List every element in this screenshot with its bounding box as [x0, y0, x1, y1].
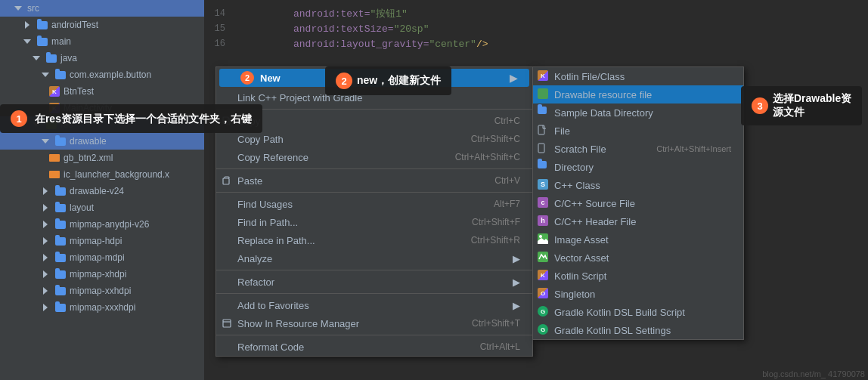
cppclass-icon: S [538, 179, 550, 191]
sidebar-item-btntest[interactable]: K BtnTest [0, 83, 204, 100]
sidebar-label-package: com.example.button [70, 70, 151, 80]
sub-label-imageasset: Image Asset [554, 234, 609, 246]
sidebar-item-drawable-v24[interactable]: drawable-v24 [0, 183, 204, 199]
sidebar-label-androidtest: androidTest [51, 20, 98, 30]
menu-item-paste[interactable]: Paste Ctrl+V [216, 171, 532, 190]
menu-item-refactor[interactable]: Refactor ▶ [216, 273, 532, 291]
menu-item-findinpath[interactable]: Find in Path... Ctrl+Shift+F [216, 213, 532, 231]
menu-copypath-shortcut: Ctrl+Shift+C [471, 134, 520, 144]
sub-item-sampledata[interactable]: Sample Data Directory [533, 103, 743, 122]
sub-label-drawable: Drawable resource file [554, 89, 652, 100]
menu-item-copyref[interactable]: Copy Reference Ctrl+Alt+Shift+C [216, 148, 532, 166]
sub-item-imageasset[interactable]: Image Asset [533, 230, 743, 249]
sub-item-cppsource[interactable]: c C/C++ Source File [533, 194, 743, 212]
context-menu-main[interactable]: 2 New ▶ Link C++ Project with Gradle Cop… [215, 66, 533, 357]
tooltip-2: 2 new，创建新文件 [325, 66, 451, 95]
folder-mdpi-icon [54, 252, 67, 264]
sub-label-gradle-settings: Gradle Kotlin DSL Settings [554, 325, 671, 336]
menu-replaceinpath-label: Replace in Path... [237, 235, 315, 246]
menu-separator-3 [216, 192, 532, 193]
sidebar-item-mipmap-mdpi[interactable]: mipmap-mdpi [0, 249, 204, 266]
sub-shortcut-scratch: Ctrl+Alt+Shift+Insert [656, 144, 731, 153]
sub-item-vectorasset[interactable]: Vector Asset [533, 249, 743, 267]
menu-copypath-label: Copy Path [237, 134, 284, 145]
menu-item-copypath[interactable]: Copy Path Ctrl+Shift+C [216, 130, 532, 148]
menu-item-resourcemgr[interactable]: Show In Resource Manager Ctrl+Shift+T [216, 314, 532, 332]
menu-findinpath-label: Find in Path... [237, 217, 298, 228]
menu-item-reformat[interactable]: Reformat Code Ctrl+Alt+L [216, 338, 532, 356]
sub-item-cppclass[interactable]: S C++ Class [533, 176, 743, 194]
menu-item-favorites[interactable]: Add to Favorites ▶ [216, 296, 532, 314]
sidebar-item-mipmap-xxxhdpi[interactable]: mipmap-xxxhdpi [0, 299, 204, 316]
tooltip-1-badge: 1 [11, 110, 27, 127]
menu-item-findusages[interactable]: Find Usages Alt+F7 [216, 195, 532, 213]
menu-resourcemgr-label: Show In Resource Manager [237, 318, 359, 329]
sub-item-directory[interactable]: Directory [533, 158, 743, 176]
sub-item-gradle-settings[interactable]: G Gradle Kotlin DSL Settings [533, 321, 743, 339]
sub-item-singleton[interactable]: O Singleton [533, 285, 743, 303]
sub-item-kotlinscript[interactable]: K Kotlin Script [533, 267, 743, 285]
sidebar-item-mipmap-anydpi[interactable]: mipmap-anydpi-v26 [0, 216, 204, 233]
sidebar: src androidTest main java com.example.bu… [0, 0, 204, 380]
arrow-right-icon-layout [39, 202, 51, 214]
svg-point-8 [539, 235, 542, 238]
arrow-right-icon-anydpi [39, 218, 51, 230]
context-menu-sub[interactable]: K Kotlin File/Class Drawable resource fi… [532, 66, 744, 340]
watermark: blog.csdn.net/m_ 41790078 [762, 369, 865, 378]
menu-new-label: New [260, 73, 281, 84]
sidebar-label-java: java [60, 53, 77, 63]
paste-icon [221, 175, 233, 187]
menu-findinpath-shortcut: Ctrl+Shift+F [472, 217, 520, 227]
sub-label-file: File [554, 125, 570, 137]
xml-gb-icon [48, 152, 60, 164]
sidebar-item-drawable[interactable]: drawable [0, 133, 204, 150]
sub-item-scratch[interactable]: Scratch File Ctrl+Alt+Shift+Insert [533, 140, 743, 158]
sub-label-kotlinscript: Kotlin Script [554, 270, 606, 282]
arrow-down-icon [12, 2, 24, 14]
sidebar-item-main[interactable]: main [0, 33, 204, 50]
sub-item-cppheader[interactable]: h C/C++ Header File [533, 212, 743, 230]
menu-resourcemgr-shortcut: Ctrl+Shift+T [472, 318, 520, 329]
menu-new-arrow: ▶ [510, 73, 517, 84]
sidebar-item-androidtest[interactable]: androidTest [0, 17, 204, 33]
code-content-16: android:layout_gravity="center"/> [234, 27, 868, 61]
menu-refactor-label: Refactor [237, 277, 274, 288]
menu-paste-shortcut: Ctrl+V [494, 175, 520, 186]
kotlin-file-icon: K [538, 70, 550, 82]
arrow-right-icon-xxxhdpi [39, 301, 51, 314]
new-badge: 2 [240, 71, 254, 85]
sidebar-label-layout: layout [70, 202, 94, 213]
sidebar-item-java[interactable]: java [0, 50, 204, 66]
tooltip-3: 3 选择Drawable资 源文件 [741, 86, 862, 125]
sidebar-item-package[interactable]: com.example.button [0, 66, 204, 83]
menu-refactor-arrow: ▶ [513, 277, 520, 288]
arrow-right-icon-xhdpi [39, 268, 51, 280]
folder-drawable-icon [54, 135, 67, 147]
scratch-icon [538, 143, 550, 155]
sampledata-icon [538, 107, 550, 119]
menu-item-analyze[interactable]: Analyze ▶ [216, 249, 532, 267]
sidebar-item-layout[interactable]: layout [0, 199, 204, 216]
sidebar-item-gbbtn[interactable]: gb_btn2.xml [0, 150, 204, 166]
sidebar-item-mipmap-xhdpi[interactable]: mipmap-xhdpi [0, 266, 204, 283]
tooltip-1-text: 在res资源目录下选择一个合适的文件夹，右键 [35, 113, 252, 125]
sidebar-label-mipmap-xxxhdpi: mipmap-xxxhdpi [70, 302, 135, 313]
sidebar-item-mipmap-xxhdpi[interactable]: mipmap-xxhdpi [0, 283, 204, 299]
arrow-right-icon-hdpi [39, 235, 51, 247]
menu-item-copy[interactable]: Copy Ctrl+C [216, 112, 532, 130]
sub-item-gradle-build[interactable]: G Gradle Kotlin DSL Build Script [533, 303, 743, 321]
tooltip-1: 1 在res资源目录下选择一个合适的文件夹，右键 [0, 104, 262, 133]
menu-findusages-shortcut: Alt+F7 [494, 199, 520, 209]
sidebar-label-mipmap-hdpi: mipmap-hdpi [70, 236, 122, 246]
sidebar-item-iclauncher[interactable]: ic_launcher_background.x [0, 166, 204, 183]
line-num-16: 16 [204, 39, 234, 49]
menu-copyref-shortcut: Ctrl+Alt+Shift+C [455, 152, 520, 162]
folder-hdpi-icon [54, 235, 67, 247]
sub-item-file[interactable]: File [533, 122, 743, 140]
sub-item-drawable[interactable]: Drawable resource file [533, 85, 743, 103]
menu-item-replaceinpath[interactable]: Replace in Path... Ctrl+Shift+R [216, 231, 532, 249]
sidebar-item-src[interactable]: src [0, 0, 204, 17]
sub-item-kotlin[interactable]: K Kotlin File/Class [533, 67, 743, 85]
sidebar-item-mipmap-hdpi[interactable]: mipmap-hdpi [0, 233, 204, 249]
menu-copy-shortcut: Ctrl+C [494, 116, 520, 126]
